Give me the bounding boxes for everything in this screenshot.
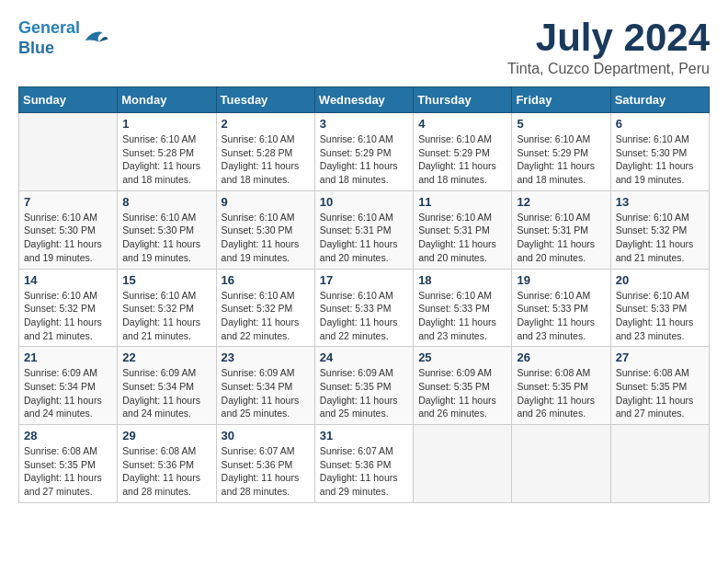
day-number: 22 (122, 350, 210, 364)
day-number: 5 (517, 117, 605, 131)
day-info: Sunrise: 6:10 AM Sunset: 5:32 PM Dayligh… (222, 289, 310, 343)
calendar-cell: 14Sunrise: 6:10 AM Sunset: 5:32 PM Dayli… (19, 269, 118, 347)
week-row-5: 28Sunrise: 6:08 AM Sunset: 5:35 PM Dayli… (19, 425, 710, 503)
calendar-cell: 30Sunrise: 6:07 AM Sunset: 5:36 PM Dayli… (216, 425, 314, 503)
day-number: 13 (616, 195, 704, 209)
day-number: 9 (222, 195, 310, 209)
day-info: Sunrise: 6:07 AM Sunset: 5:36 PM Dayligh… (320, 444, 408, 499)
calendar-cell: 6Sunrise: 6:10 AM Sunset: 5:30 PM Daylig… (610, 113, 709, 191)
day-number: 11 (418, 195, 506, 209)
calendar-cell: 2Sunrise: 6:10 AM Sunset: 5:28 PM Daylig… (216, 113, 314, 191)
day-number: 8 (122, 195, 210, 209)
month-title: July 2024 (507, 18, 710, 57)
day-number: 18 (418, 273, 506, 287)
day-number: 19 (517, 273, 605, 287)
day-number: 10 (320, 195, 408, 209)
day-number: 6 (616, 117, 704, 131)
week-row-1: 1Sunrise: 6:10 AM Sunset: 5:28 PM Daylig… (19, 113, 710, 191)
calendar-cell: 19Sunrise: 6:10 AM Sunset: 5:33 PM Dayli… (512, 269, 610, 347)
calendar-cell: 12Sunrise: 6:10 AM Sunset: 5:31 PM Dayli… (512, 190, 610, 269)
calendar-cell: 8Sunrise: 6:10 AM Sunset: 5:30 PM Daylig… (118, 190, 216, 269)
day-number: 30 (222, 429, 310, 442)
calendar-cell: 26Sunrise: 6:08 AM Sunset: 5:35 PM Dayli… (512, 347, 610, 425)
calendar-cell: 29Sunrise: 6:08 AM Sunset: 5:36 PM Dayli… (118, 425, 216, 503)
day-info: Sunrise: 6:10 AM Sunset: 5:30 PM Dayligh… (24, 211, 112, 265)
calendar-cell: 16Sunrise: 6:10 AM Sunset: 5:32 PM Dayli… (216, 269, 314, 347)
week-row-4: 21Sunrise: 6:09 AM Sunset: 5:34 PM Dayli… (19, 347, 710, 425)
calendar-cell: 23Sunrise: 6:09 AM Sunset: 5:34 PM Dayli… (216, 347, 314, 425)
day-number: 4 (418, 117, 506, 131)
week-row-2: 7Sunrise: 6:10 AM Sunset: 5:30 PM Daylig… (19, 190, 710, 269)
day-info: Sunrise: 6:10 AM Sunset: 5:31 PM Dayligh… (418, 211, 506, 265)
logo: General Blue (18, 18, 109, 58)
day-info: Sunrise: 6:09 AM Sunset: 5:35 PM Dayligh… (320, 366, 408, 420)
day-info: Sunrise: 6:09 AM Sunset: 5:35 PM Dayligh… (418, 366, 506, 420)
day-info: Sunrise: 6:08 AM Sunset: 5:35 PM Dayligh… (24, 444, 112, 499)
day-info: Sunrise: 6:10 AM Sunset: 5:33 PM Dayligh… (320, 289, 408, 343)
day-number: 15 (122, 273, 210, 287)
day-number: 17 (320, 273, 408, 287)
week-row-3: 14Sunrise: 6:10 AM Sunset: 5:32 PM Dayli… (19, 269, 710, 347)
calendar-cell: 31Sunrise: 6:07 AM Sunset: 5:36 PM Dayli… (314, 425, 413, 503)
day-info: Sunrise: 6:08 AM Sunset: 5:35 PM Dayligh… (517, 366, 605, 420)
day-info: Sunrise: 6:10 AM Sunset: 5:33 PM Dayligh… (616, 289, 704, 343)
calendar-table: SundayMondayTuesdayWednesdayThursdayFrid… (18, 86, 710, 503)
calendar-cell: 1Sunrise: 6:10 AM Sunset: 5:28 PM Daylig… (118, 113, 216, 191)
day-header-monday: Monday (118, 87, 216, 113)
calendar-cell: 9Sunrise: 6:10 AM Sunset: 5:30 PM Daylig… (216, 190, 314, 269)
calendar-cell (512, 425, 610, 503)
calendar-cell: 25Sunrise: 6:09 AM Sunset: 5:35 PM Dayli… (414, 347, 512, 425)
day-info: Sunrise: 6:10 AM Sunset: 5:30 PM Dayligh… (222, 211, 310, 265)
day-info: Sunrise: 6:10 AM Sunset: 5:33 PM Dayligh… (517, 289, 605, 343)
day-number: 28 (24, 429, 112, 442)
logo-text: General Blue (18, 18, 80, 58)
day-info: Sunrise: 6:10 AM Sunset: 5:32 PM Dayligh… (122, 289, 210, 343)
day-header-friday: Friday (512, 87, 610, 113)
calendar-cell: 21Sunrise: 6:09 AM Sunset: 5:34 PM Dayli… (19, 347, 118, 425)
day-info: Sunrise: 6:10 AM Sunset: 5:31 PM Dayligh… (320, 211, 408, 265)
day-number: 29 (122, 429, 210, 442)
day-info: Sunrise: 6:10 AM Sunset: 5:29 PM Dayligh… (418, 132, 506, 187)
calendar-cell (19, 113, 118, 191)
day-header-saturday: Saturday (610, 87, 709, 113)
day-number: 1 (122, 117, 210, 131)
calendar-cell: 5Sunrise: 6:10 AM Sunset: 5:29 PM Daylig… (512, 113, 610, 191)
days-header-row: SundayMondayTuesdayWednesdayThursdayFrid… (19, 87, 710, 113)
day-number: 31 (320, 429, 408, 442)
day-info: Sunrise: 6:09 AM Sunset: 5:34 PM Dayligh… (122, 366, 210, 420)
day-info: Sunrise: 6:09 AM Sunset: 5:34 PM Dayligh… (222, 366, 310, 420)
calendar-cell: 13Sunrise: 6:10 AM Sunset: 5:32 PM Dayli… (610, 190, 709, 269)
day-number: 27 (616, 350, 704, 364)
day-info: Sunrise: 6:10 AM Sunset: 5:32 PM Dayligh… (24, 289, 112, 343)
day-info: Sunrise: 6:10 AM Sunset: 5:28 PM Dayligh… (222, 132, 310, 187)
day-info: Sunrise: 6:10 AM Sunset: 5:30 PM Dayligh… (616, 132, 704, 187)
day-info: Sunrise: 6:08 AM Sunset: 5:35 PM Dayligh… (616, 366, 704, 420)
day-number: 2 (222, 117, 310, 131)
day-number: 3 (320, 117, 408, 131)
calendar-cell: 10Sunrise: 6:10 AM Sunset: 5:31 PM Dayli… (314, 190, 413, 269)
logo-line2: Blue (18, 39, 54, 57)
calendar-cell: 7Sunrise: 6:10 AM Sunset: 5:30 PM Daylig… (19, 190, 118, 269)
calendar-cell (414, 425, 512, 503)
day-header-wednesday: Wednesday (314, 87, 413, 113)
calendar-cell: 15Sunrise: 6:10 AM Sunset: 5:32 PM Dayli… (118, 269, 216, 347)
day-number: 26 (517, 350, 605, 364)
calendar-cell: 24Sunrise: 6:09 AM Sunset: 5:35 PM Dayli… (314, 347, 413, 425)
day-info: Sunrise: 6:09 AM Sunset: 5:34 PM Dayligh… (24, 366, 112, 420)
day-number: 23 (222, 350, 310, 364)
day-info: Sunrise: 6:10 AM Sunset: 5:32 PM Dayligh… (616, 211, 704, 265)
title-block: July 2024 Tinta, Cuzco Department, Peru (507, 18, 710, 77)
calendar-cell: 18Sunrise: 6:10 AM Sunset: 5:33 PM Dayli… (414, 269, 512, 347)
calendar-cell: 28Sunrise: 6:08 AM Sunset: 5:35 PM Dayli… (19, 425, 118, 503)
calendar-cell (610, 425, 709, 503)
day-number: 14 (24, 273, 112, 287)
calendar-cell: 17Sunrise: 6:10 AM Sunset: 5:33 PM Dayli… (314, 269, 413, 347)
calendar-cell: 22Sunrise: 6:09 AM Sunset: 5:34 PM Dayli… (118, 347, 216, 425)
calendar-cell: 4Sunrise: 6:10 AM Sunset: 5:29 PM Daylig… (414, 113, 512, 191)
day-info: Sunrise: 6:08 AM Sunset: 5:36 PM Dayligh… (122, 444, 210, 499)
logo-bird-icon (82, 25, 109, 52)
calendar-cell: 20Sunrise: 6:10 AM Sunset: 5:33 PM Dayli… (610, 269, 709, 347)
location: Tinta, Cuzco Department, Peru (507, 61, 710, 77)
day-info: Sunrise: 6:10 AM Sunset: 5:28 PM Dayligh… (122, 132, 210, 187)
day-number: 25 (418, 350, 506, 364)
